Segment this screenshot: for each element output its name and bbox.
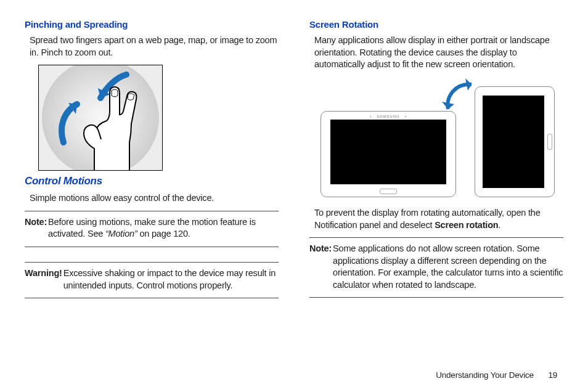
warning-text: Excessive shaking or impact to the devic… xyxy=(63,267,279,292)
tablet-portrait-screen xyxy=(483,96,544,188)
note-text: Some applications do not allow screen ro… xyxy=(333,243,563,291)
heading-screen-rotation: Screen Rotation xyxy=(309,18,563,31)
screen-rotation-term: Screen rotation xyxy=(435,220,498,230)
paragraph-control-motions: Simple motions allow easy control of the… xyxy=(30,192,279,205)
left-column: Pinching and Spreading Spread two finger… xyxy=(25,18,279,303)
figure-pinch-spread xyxy=(38,65,163,171)
warning-label: Warning! xyxy=(25,267,62,280)
section-title: Understanding Your Device xyxy=(436,370,534,380)
tablet-landscape: • SAMSUNG • xyxy=(321,111,456,197)
tablet-landscape-screen xyxy=(330,120,446,184)
paragraph-screen-rotation: Many applications allow display in eithe… xyxy=(314,35,563,71)
prevent-post: . xyxy=(498,220,500,230)
note-text-post: on page 120. xyxy=(137,229,190,239)
warning-block: Warning! Excessive shaking or impact to … xyxy=(25,267,279,292)
note-text: Before using motions, make sure the moti… xyxy=(48,216,279,240)
page-footer: Understanding Your Device 19 xyxy=(436,370,557,381)
note-rotation: Note: Some applications do not allow scr… xyxy=(309,243,563,291)
brand-label: • SAMSUNG • xyxy=(321,114,455,119)
divider xyxy=(309,237,563,238)
heading-pinching: Pinching and Spreading xyxy=(25,18,279,31)
note-label: Note: xyxy=(309,243,332,255)
home-button-portrait xyxy=(547,134,552,150)
hand-illustration xyxy=(73,81,147,171)
divider xyxy=(25,247,279,247)
divider xyxy=(25,298,279,298)
tablet-portrait xyxy=(475,86,555,197)
page-number: 19 xyxy=(548,370,557,380)
paragraph-prevent-rotation: To prevent the display from rotating aut… xyxy=(314,207,563,231)
divider xyxy=(25,262,279,263)
divider xyxy=(309,297,563,298)
note-motion: Note: Before using motions, make sure th… xyxy=(25,216,279,240)
figure-screen-rotation: • SAMSUNG • xyxy=(314,77,561,197)
note-label: Note: xyxy=(25,216,47,229)
divider xyxy=(25,211,279,211)
prevent-pre: To prevent the display from rotating aut… xyxy=(314,208,541,230)
right-column: Screen Rotation Many applications allow … xyxy=(309,18,563,303)
heading-control-motions: Control Motions xyxy=(25,174,279,189)
paragraph-pinching: Spread two fingers apart on a web page, … xyxy=(30,35,279,59)
note-ref: “Motion” xyxy=(105,229,137,239)
home-button-landscape xyxy=(380,189,397,194)
